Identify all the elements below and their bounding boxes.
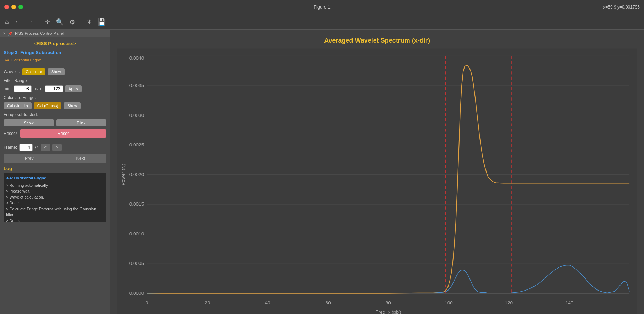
blink-button[interactable]: Blink [56,119,107,126]
divider-2 [4,141,106,141]
svg-text:60: 60 [326,300,331,305]
chart-area: Averaged Wavelet Spectrum (x-dir) 0.0000… [110,30,644,314]
svg-text:20: 20 [205,300,210,305]
svg-text:0.0040: 0.0040 [129,55,144,61]
main-layout: ✕ 📌 FISS Process Control Panel <FISS Pre… [0,30,644,314]
svg-text:0.0015: 0.0015 [129,201,144,207]
save-icon[interactable]: 💾 [96,17,107,27]
wavelet-row: Wavelet: Calculate Show [4,68,106,75]
step-title: Step 3: Fringe Subtraction [4,50,106,55]
wavelet-label: Wavelet: [4,69,20,74]
next-button[interactable]: Next [55,154,107,163]
svg-text:Power (N): Power (N) [120,164,126,185]
show-button-1[interactable]: Show [48,68,65,75]
log-line-4: > Done. [6,200,104,206]
log-label: Log [4,166,106,171]
svg-text:0.0000: 0.0000 [129,291,144,296]
reset-label: Reset? [4,131,17,136]
frame-total: /7 [35,145,38,150]
nav-row: Prev Next [4,154,106,163]
frame-label: Frame: [4,145,17,150]
control-panel: ✕ 📌 FISS Process Control Panel <FISS Pre… [0,30,110,314]
svg-text:0: 0 [146,300,149,305]
settings-icon[interactable]: ⚙ [68,17,76,27]
filter-range-row: min: max: Apply [4,85,106,92]
panel-body: <FISS Preprocess> Step 3: Fringe Subtrac… [0,37,110,314]
zoom-icon[interactable]: 🔍 [54,17,65,27]
svg-text:140: 140 [565,300,574,305]
frame-next-button[interactable]: > [52,144,62,151]
cal-simple-button[interactable]: Cal (simple) [4,102,32,109]
close-button[interactable] [4,5,9,9]
svg-text:0.0035: 0.0035 [129,83,144,88]
panel-close-icon[interactable]: ✕ [3,32,6,36]
svg-text:40: 40 [265,300,270,305]
frame-row: Frame: /7 < > [4,144,106,151]
calculate-button[interactable]: Calculate [22,68,45,75]
panel-title: <FISS Preprocess> [4,41,106,46]
reset-button[interactable]: Reset [20,129,106,138]
max-label: max: [34,86,43,91]
log-line-6: > Done. [6,218,104,223]
back-icon[interactable]: ← [13,17,22,27]
svg-text:Freq_x (pix): Freq_x (pix) [375,309,401,314]
line-icon[interactable]: ✳ [85,17,93,27]
show-button-2[interactable]: Show [64,102,81,109]
panel-close-icons: ✕ 📌 [3,32,12,36]
log-section: Log 3-4: Horizontal Frigne > Running aut… [4,166,106,222]
svg-text:0.0005: 0.0005 [129,261,144,266]
log-box: 3-4: Horizontal Frigne > Running automat… [4,173,106,222]
min-input[interactable] [14,85,32,92]
max-input[interactable] [45,85,63,92]
chart-container: 0.0000 0.0005 0.0010 0.0015 0.0020 0.002… [117,48,637,314]
traffic-lights [4,5,23,9]
toolbar-separator-1 [39,18,39,26]
cal-gauss-button[interactable]: Cal (Gauss) [34,102,62,109]
log-line-3: > Wavelet calculation. [6,194,104,200]
calculate-fringe-label: Calculate Fringe: [4,95,106,100]
svg-text:0.0030: 0.0030 [129,113,144,118]
maximize-button[interactable] [18,5,23,9]
minimize-button[interactable] [11,5,16,9]
forward-icon[interactable]: → [25,17,34,27]
divider-1 [4,65,106,65]
svg-text:0.0010: 0.0010 [129,231,144,237]
toolbar-separator-2 [81,18,81,26]
calculate-fringe-row: Cal (simple) Cal (Gauss) Show [4,102,106,109]
log-line-1: > Running automatically [6,183,104,189]
reset-row: Reset? Reset [4,129,106,138]
window-title: Figure 1 [313,4,331,10]
show-button-3[interactable]: Show [4,119,54,126]
fringe-subtracted-row: Show Blink [4,119,106,126]
filter-range-label: Filter Range [4,78,106,83]
svg-text:0.0025: 0.0025 [129,142,144,147]
svg-rect-0 [117,48,637,314]
log-line-5: > Calculate Fringe Patterns with using t… [6,206,104,218]
svg-text:120: 120 [505,300,513,305]
panel-pin-icon[interactable]: 📌 [8,32,12,36]
toolbar: ⌂ ← → ✛ 🔍 ⚙ ✳ 💾 [0,14,644,30]
cursor-coords: x=59.9 y=0.001795 [603,5,640,10]
fringe-subtracted-label: Fringe subtracted: [4,112,106,117]
min-label: min: [4,86,12,91]
frame-input[interactable] [19,144,33,151]
frame-prev-button[interactable]: < [41,144,50,151]
panel-header-label: FISS Process Control Panel [15,31,64,36]
move-icon[interactable]: ✛ [43,17,52,27]
chart-title: Averaged Wavelet Spectrum (x-dir) [324,37,430,44]
apply-button[interactable]: Apply [65,85,82,92]
panel-header: ✕ 📌 FISS Process Control Panel [0,30,110,37]
chart-svg: 0.0000 0.0005 0.0010 0.0015 0.0020 0.002… [117,48,637,314]
svg-text:100: 100 [445,300,453,305]
title-bar: Figure 1 x=59.9 y=0.001795 [0,0,644,14]
prev-button[interactable]: Prev [4,154,55,163]
sub-section-label: 3-4: Horizontal Frigne [4,58,106,62]
home-icon[interactable]: ⌂ [4,17,10,27]
log-line-2: > Please wait. [6,188,104,194]
log-header: 3-4: Horizontal Frigne [6,175,104,181]
svg-text:0.0020: 0.0020 [129,172,144,177]
svg-text:80: 80 [386,300,391,305]
